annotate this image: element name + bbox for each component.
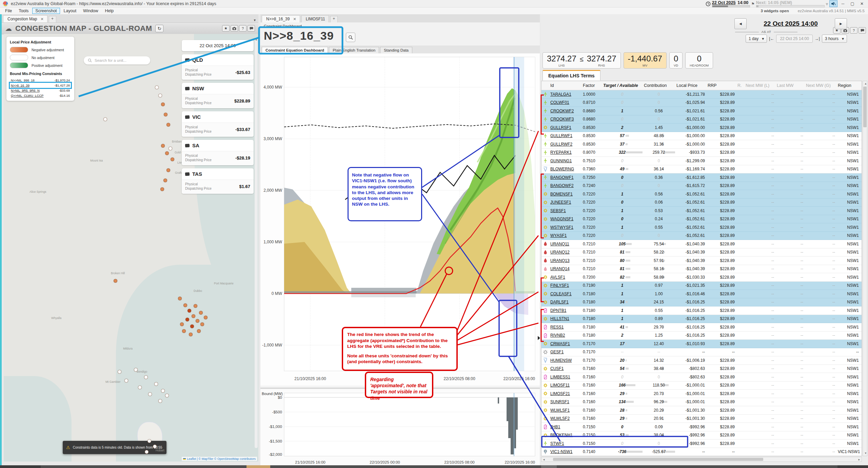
table-row[interactable]: URANQ130.72108057.91-$1,040.39$228.89---… — [541, 257, 862, 265]
restore-button[interactable]: ▢ — [848, 1, 856, 7]
table-row[interactable]: GESF10.7170---------------- — [541, 348, 862, 357]
constraint-search-button[interactable] — [346, 33, 355, 42]
unit-dot[interactable] — [199, 311, 203, 315]
help-icon[interactable]: ? — [850, 27, 857, 34]
unit-dot[interactable] — [153, 445, 157, 448]
unit-dot[interactable] — [138, 386, 142, 389]
unit-dot[interactable] — [192, 314, 195, 318]
new-tab-button[interactable]: + — [330, 16, 338, 22]
subtab-plain-english-translation[interactable]: Plain English Translation — [329, 47, 379, 53]
next-caret-icon[interactable]: ▾ — [826, 1, 828, 6]
unit-dot[interactable] — [163, 179, 167, 182]
current-datetime[interactable]: 22 Oct 2025 14:00 — [750, 20, 831, 27]
table-row[interactable]: GULLRWF10.85305748.85-$1,000.00$228.89--… — [541, 132, 862, 141]
unit-dot[interactable] — [154, 382, 158, 386]
unit-dot[interactable] — [164, 113, 167, 116]
menu-help[interactable]: Help — [102, 8, 117, 14]
table-row[interactable]: CROOKWF30.868000-$1,021.61$228.89------N… — [541, 115, 862, 124]
table-row[interactable]: LIMOSF210.71602920.73-$1,000.01$228.89--… — [541, 390, 862, 398]
unit-dot[interactable] — [114, 279, 117, 283]
table-row[interactable]: CRWASF10.71701712.40-$1,010.93$228.89---… — [541, 340, 862, 348]
table-row[interactable]: SUNRSF10.716013496.29-$1,000.01$228.89--… — [541, 398, 862, 407]
table-vscrollbar[interactable]: ▲ ▼ — [863, 81, 867, 456]
favourite-star-icon[interactable]: ★ — [222, 25, 230, 32]
price-card-sa[interactable]: SAPhysicalDispatching Price-$28.19 — [182, 140, 254, 165]
tab-close-icon[interactable]: ✕ — [293, 17, 296, 21]
table-row[interactable]: WYASF10.722000-$1,052.61$228.89------NSW… — [541, 232, 862, 240]
new-tab-button[interactable]: + — [49, 16, 56, 22]
table-row[interactable]: RIVNB20.718021.25-$1,016.25$228.89------… — [541, 332, 862, 340]
table-row[interactable]: STWF10.715000-$992.96$228.89------NSW1 — [541, 439, 862, 448]
unit-dot[interactable] — [145, 450, 149, 454]
price-card-nsw[interactable]: NSWPhysicalDispatching Price$228.89 — [182, 83, 254, 108]
unit-dot[interactable] — [124, 379, 128, 382]
mute-button[interactable] — [829, 0, 837, 7]
next-interval-button[interactable]: ► — [835, 18, 847, 29]
table-row[interactable]: COLWF010.871000-$1,025.94$228.89------NS… — [541, 99, 862, 107]
table-row[interactable]: JUNEESF10.722000.06-$1,052.61$228.89----… — [541, 199, 862, 207]
table-row[interactable]: GUNNING10.751000-$1,299.09$228.89------N… — [541, 157, 862, 165]
column-header-region[interactable]: Region — [836, 83, 860, 88]
help-icon[interactable]: ? — [239, 25, 246, 32]
table-row[interactable]: JHB10.715000.09-$992.96$228.89------NSW1 — [541, 423, 862, 431]
column-header-next-mw-(l)[interactable]: Next MW (L) — [744, 83, 775, 88]
unit-dot[interactable] — [185, 318, 189, 321]
unit-dot[interactable] — [118, 370, 121, 374]
unit-dot[interactable] — [169, 147, 172, 150]
map-canvas[interactable]: Local Price Adjustment Negative adjustme… — [4, 34, 258, 462]
column-header-local-price[interactable]: Local Price — [675, 83, 706, 88]
unit-dot[interactable] — [144, 375, 148, 379]
unit-dot[interactable] — [161, 144, 165, 148]
window-select[interactable]: 3 hours▾ — [822, 35, 847, 43]
table-row[interactable]: DARLSF10.71803424.15-$1,016.25$228.89---… — [541, 298, 862, 307]
unit-dot[interactable] — [171, 157, 174, 161]
unit-dot[interactable] — [161, 389, 165, 393]
unit-dot[interactable] — [190, 324, 194, 328]
unit-dot[interactable] — [204, 316, 208, 319]
unit-dot[interactable] — [147, 439, 151, 443]
asat-value[interactable]: 22 Oct 25 14:00 — [776, 35, 812, 43]
table-row[interactable]: SEBSF10.722010.53-$1,052.61$228.89------… — [541, 207, 862, 215]
map-attribution[interactable]: Leaflet | © MapTiler © OpenStreetMap con… — [182, 457, 257, 461]
table-row[interactable]: WLWLSF20.71602920.91-$1,001.30$228.89---… — [541, 415, 862, 423]
unit-dot[interactable] — [196, 319, 199, 323]
table-row[interactable]: GULLRWF20.85303731.36-$1,000.00$228.89--… — [541, 140, 862, 149]
unit-dot[interactable] — [194, 304, 197, 308]
table-row[interactable]: LIMOSF110.7160166118.50-$1,000.01$228.89… — [541, 381, 862, 390]
menu-screenshot[interactable]: Screenshot — [32, 8, 60, 14]
dispatch-clock[interactable]: 22 Oct 202514:00 — [712, 0, 750, 7]
table-row[interactable]: GULLRSF10.853021.45-$1,000.00$228.89----… — [541, 124, 862, 132]
table-row[interactable]: CUSF10.71605438.48-$802.63$228.89------N… — [541, 365, 862, 373]
tab-limosf11[interactable]: LIMOSF11 — [301, 15, 329, 22]
subtab-standing-data[interactable]: Standing Data — [380, 47, 412, 53]
table-row[interactable]: BOMENSF10.722010.56-$1,052.61$228.89----… — [541, 190, 862, 199]
bound-chart[interactable]: Bound (MW) $0 -$500 -$1,000 -$1,500 -$2,… — [260, 388, 540, 466]
column-header-target-available[interactable]: Target / Available — [602, 83, 643, 88]
table-row[interactable]: CROOKWF20.868010.56-$1,021.61$228.89----… — [541, 107, 862, 115]
table-row[interactable]: BANGOWF10.725000.36-$1,612.85$228.89----… — [541, 173, 862, 182]
column-header-r-[interactable]: R. — [736, 83, 744, 88]
prev-interval-button[interactable]: ◄ — [734, 18, 747, 29]
unit-dot[interactable] — [197, 329, 201, 333]
unit-dot[interactable] — [148, 392, 152, 396]
table-row[interactable]: iVIC1-NSW10.7140-736-525.67----------VIC… — [541, 448, 862, 456]
table-row[interactable]: URANQ120.72108158.22-$1,040.39$228.89---… — [541, 248, 862, 257]
table-row[interactable]: WLWLSF10.71602820.29-$1,001.30$228.89---… — [541, 406, 862, 415]
unit-dot[interactable] — [165, 394, 169, 397]
column-header-id[interactable]: Id — [549, 83, 581, 88]
subtab-constraint-equation-dashboard[interactable]: Constraint Equation Dashboard — [262, 47, 328, 53]
unit-dot[interactable] — [182, 329, 186, 333]
menu-layout[interactable]: Layout — [61, 8, 80, 14]
unit-dot[interactable] — [158, 399, 162, 403]
comment-icon[interactable] — [248, 25, 255, 32]
unit-dot[interactable] — [161, 102, 165, 106]
table-row[interactable]: RYEPARK10.8070322259.72-$933.73$228.89--… — [541, 149, 862, 157]
tabstrip-caret-icon[interactable]: ▾ — [251, 18, 258, 22]
comment-icon[interactable] — [859, 27, 866, 34]
unit-dot[interactable] — [200, 322, 204, 326]
column-header-factor[interactable]: Factor — [581, 83, 602, 88]
table-row[interactable]: HILLSTN10.718010.89-$1,016.25$228.89----… — [541, 315, 862, 323]
table-row[interactable]: URANQ110.721010575.54-$1,040.39$228.89--… — [541, 240, 862, 248]
map-panel-scrollbar[interactable]: ▲ — [255, 37, 258, 448]
unit-dot[interactable] — [180, 322, 184, 326]
